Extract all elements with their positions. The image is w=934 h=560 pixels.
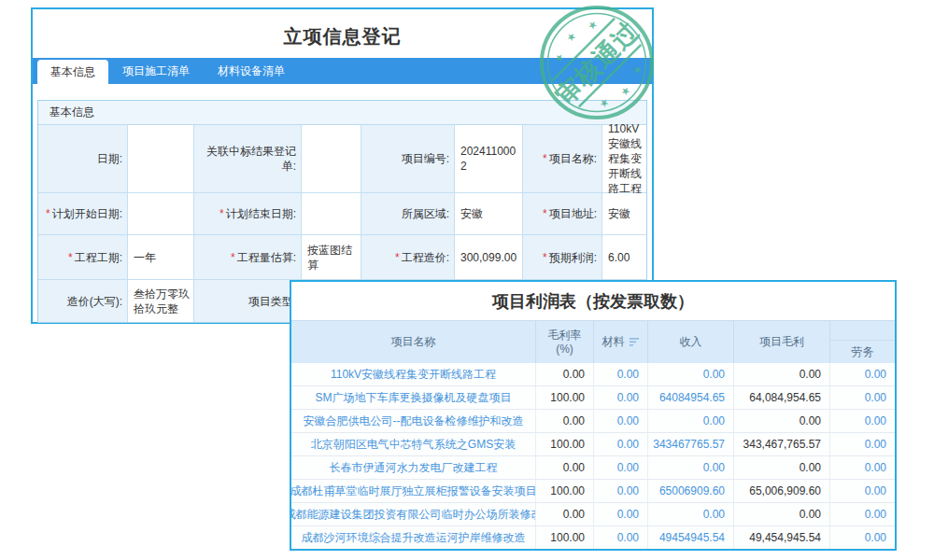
field-value-project-name[interactable]: 110kV安徽线程集变开断线路工程: [602, 125, 646, 193]
income-cell: 65006909.60: [648, 480, 734, 503]
material-cell: 0.00: [594, 410, 648, 433]
project-gross-cell: 0.00: [734, 456, 830, 480]
project-name-link[interactable]: 成都能源建设集团投资有限公司临时办公场所装修改: [291, 503, 536, 526]
material-cell: 0.00: [594, 526, 648, 550]
required-asterisk: *: [395, 250, 400, 265]
gross-margin-cell: 0.00: [536, 503, 594, 526]
project-name-link[interactable]: 110kV安徽线程集变开断线路工程: [291, 363, 536, 386]
table-row: 安徽合肥供电公司--配电设备检修维护和改造 0.00 0.00 0.00 0.0…: [291, 410, 895, 433]
tab-construction-list[interactable]: 项目施工清单: [108, 58, 204, 84]
field-label-expected-profit: *预期利润:: [523, 235, 602, 280]
labor-cell: 0.00: [830, 386, 895, 410]
income-cell: 343467765.57: [648, 433, 734, 456]
table-row: 长春市伊通河水力发电厂改建工程 0.00 0.00 0.00 0.00 0.00: [291, 456, 895, 480]
field-label-quantity-estimate: *工程量估算:: [194, 235, 302, 280]
column-header-material: 材料: [594, 321, 648, 363]
column-header-labor-group: 劳务: [830, 321, 895, 363]
income-cell: 0.00: [648, 456, 734, 480]
field-label-project-address: *项目地址:: [523, 193, 602, 235]
material-cell: 0.00: [594, 433, 648, 456]
tab-basic-info[interactable]: 基本信息: [37, 60, 108, 84]
income-cell: 64084954.65: [648, 386, 734, 410]
table-row: SM广场地下车库更换摄像机及硬盘项目 100.00 0.00 64084954.…: [291, 386, 895, 410]
table-row: 110kV安徽线程集变开断线路工程 0.00 0.00 0.00 0.00 0.…: [291, 363, 895, 386]
project-name-link[interactable]: 成都杜甫草堂临时展厅独立展柜报警设备安装项目: [291, 480, 536, 503]
material-cell: 0.00: [594, 480, 648, 503]
project-gross-cell: 64,084,954.65: [734, 386, 830, 410]
project-name-link[interactable]: 北京朝阳区电气中芯特气系统之GMS安装: [291, 433, 536, 456]
project-name-link[interactable]: SM广场地下车库更换摄像机及硬盘项目: [291, 386, 536, 410]
labor-cell: 0.00: [830, 363, 895, 386]
labor-cell: 0.00: [830, 410, 895, 433]
field-value-duration[interactable]: 一年: [128, 235, 194, 280]
column-header-gross-margin: 毛利率(%): [536, 321, 594, 363]
column-header-group-top: [830, 321, 895, 341]
field-label-bid-result: 关联中标结果登记单:: [194, 125, 302, 193]
field-value-date[interactable]: [128, 125, 194, 193]
field-value-project-address[interactable]: 安徽: [602, 193, 646, 235]
material-cell: 0.00: [594, 363, 648, 386]
profit-table-header: 项目名称 毛利率(%) 材料 收入 项目毛利 劳务: [291, 320, 895, 363]
gross-margin-cell: 100.00: [536, 386, 594, 410]
page-title: 立项信息登记: [33, 24, 652, 49]
required-asterisk: *: [543, 250, 547, 265]
required-asterisk: *: [543, 151, 547, 166]
column-header-project-gross: 项目毛利: [734, 321, 830, 363]
tab-material-equipment-list[interactable]: 材料设备清单: [204, 58, 299, 84]
project-gross-cell: 49,454,945.54: [734, 526, 830, 550]
income-cell: 0.00: [648, 363, 734, 386]
project-name-link[interactable]: 成都沙河环境综合提升改造运河护岸维修改造: [291, 526, 536, 550]
labor-cell: 0.00: [830, 480, 895, 503]
required-asterisk: *: [543, 206, 547, 221]
tab-bar: 基本信息 项目施工清单 材料设备清单: [33, 58, 652, 84]
field-value-region[interactable]: 安徽: [455, 193, 523, 235]
income-cell: 0.00: [648, 503, 734, 526]
field-value-bid-result[interactable]: [302, 125, 361, 193]
field-label-project-name: *项目名称:: [523, 125, 602, 193]
field-label-project-type: 项目类型:: [194, 280, 302, 322]
required-asterisk: *: [231, 250, 235, 265]
field-label-duration: *工程工期:: [38, 235, 128, 280]
gross-margin-cell: 100.00: [536, 480, 594, 503]
project-name-link[interactable]: 长春市伊通河水力发电厂改建工程: [291, 456, 536, 480]
field-value-quantity-estimate[interactable]: 按蓝图结算: [302, 235, 361, 280]
column-header-project-name: 项目名称: [291, 321, 536, 363]
gross-margin-cell: 100.00: [536, 526, 594, 550]
field-label-region: 所属区域:: [361, 193, 455, 235]
labor-cell: 0.00: [830, 433, 895, 456]
gross-margin-cell: 0.00: [536, 456, 594, 480]
column-header-income: 收入: [648, 321, 734, 363]
table-row: 成都能源建设集团投资有限公司临时办公场所装修改 0.00 0.00 0.00 0…: [291, 503, 895, 526]
field-value-project-cost[interactable]: 300,099.00: [455, 235, 523, 280]
field-value-plan-start[interactable]: [128, 193, 194, 235]
project-name-link[interactable]: 安徽合肥供电公司--配电设备检修维护和改造: [291, 410, 536, 433]
required-asterisk: *: [219, 206, 224, 221]
table-row: 成都沙河环境综合提升改造运河护岸维修改造 100.00 0.00 4945494…: [291, 526, 895, 550]
field-label-plan-start: *计划开始日期:: [38, 193, 128, 235]
profit-table-panel: 项目利润表（按发票取数） 项目名称 毛利率(%) 材料 收入 项目毛利 劳务: [290, 280, 897, 551]
screen: 立项信息登记 基本信息 项目施工清单 材料设备清单 基本信息 日期: 关联中标结…: [0, 0, 934, 560]
project-gross-cell: 343,467,765.57: [734, 433, 830, 456]
labor-cell: 0.00: [830, 503, 895, 526]
field-value-project-no[interactable]: 2024110002: [455, 125, 523, 193]
required-asterisk: *: [46, 206, 50, 221]
project-gross-cell: 0.00: [734, 363, 830, 386]
field-value-expected-profit[interactable]: 6.00: [602, 235, 646, 280]
table-row: 北京朝阳区电气中芯特气系统之GMS安装 100.00 0.00 34346776…: [291, 433, 895, 456]
table-row: 成都杜甫草堂临时展厅独立展柜报警设备安装项目 100.00 0.00 65006…: [291, 480, 895, 503]
field-value-cost-in-words[interactable]: 叁拾万零玖拾玖元整: [128, 280, 194, 322]
field-label-cost-in-words: 造价(大写):: [38, 280, 128, 322]
field-value-plan-end[interactable]: [302, 193, 361, 235]
material-cell: 0.00: [594, 456, 648, 480]
material-cell: 0.00: [594, 386, 648, 410]
column-header-labor: 劳务: [830, 341, 895, 363]
registration-panel: 立项信息登记 基本信息 项目施工清单 材料设备清单 基本信息 日期: 关联中标结…: [31, 7, 654, 324]
project-gross-cell: 0.00: [734, 503, 830, 526]
sort-icon[interactable]: [630, 338, 640, 346]
required-asterisk: *: [68, 250, 73, 265]
field-label-project-no: 项目编号:: [361, 125, 455, 193]
section-header: 基本信息: [38, 101, 646, 125]
gross-margin-cell: 0.00: [536, 363, 594, 386]
profit-table-title: 项目利润表（按发票取数）: [291, 282, 895, 320]
field-label-project-cost: *工程造价:: [361, 235, 455, 280]
